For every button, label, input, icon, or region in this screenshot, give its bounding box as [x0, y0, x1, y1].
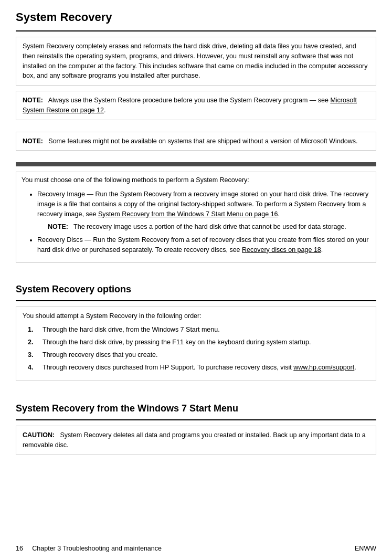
- note2-body: Some features might not be available on …: [48, 138, 357, 145]
- footer-right: ENWW: [355, 545, 376, 552]
- option3-num: 3.: [28, 350, 38, 360]
- caution-text: CAUTION: System Recovery deletes all dat…: [23, 430, 369, 450]
- bullet2-item: Recovery Discs — Run the System Recovery…: [37, 235, 370, 255]
- bullet1-note-body: The recovery image uses a portion of the…: [73, 223, 346, 230]
- note2-text: NOTE: Some features might not be availab…: [23, 136, 369, 146]
- option4-text: Through recovery discs purchased from HP…: [43, 363, 356, 373]
- option3-text: Through recovery discs that you create.: [43, 350, 158, 360]
- option4-num: 4.: [28, 363, 38, 373]
- methods-intro: You must choose one of the following met…: [22, 175, 370, 185]
- section3-title: System Recovery from the Windows 7 Start…: [16, 403, 376, 414]
- footer-page-num: 16: [16, 545, 23, 552]
- option2: 2. Through the hard disk drive, by press…: [28, 337, 369, 347]
- dark-bar: [16, 162, 376, 166]
- option1: 1. Through the hard disk drive, from the…: [28, 325, 369, 335]
- bottom-spacer: [16, 460, 376, 555]
- options-container: You should attempt a System Recovery in …: [16, 307, 376, 382]
- methods-list: Recovery Image — Run the System Recovery…: [37, 189, 370, 255]
- bullet1-item: Recovery Image — Run the System Recovery…: [37, 189, 370, 232]
- note1-label: NOTE:: [23, 97, 43, 104]
- note2-box: NOTE: Some features might not be availab…: [16, 132, 376, 151]
- footer-chapter: Chapter 3 Troubleshooting and maintenanc…: [32, 545, 162, 552]
- bullet1-note: NOTE: The recovery image uses a portion …: [48, 222, 370, 232]
- section2-rule: [16, 300, 376, 301]
- bullet1-note-text: NOTE: The recovery image uses a portion …: [48, 222, 370, 232]
- option1-text: Through the hard disk drive, from the Wi…: [43, 325, 220, 335]
- option2-num: 2.: [28, 337, 38, 347]
- page-footer: 16 Chapter 3 Troubleshooting and mainten…: [0, 545, 392, 552]
- section2-title: System Recovery options: [16, 284, 376, 295]
- page-title: System Recovery: [16, 10, 376, 24]
- bullet2-link[interactable]: Recovery discs on page 18: [242, 246, 321, 253]
- option4-link[interactable]: www.hp.com/support: [293, 364, 354, 371]
- caution-body: System Recovery deletes all data and pro…: [23, 431, 366, 449]
- note1-body: Always use the System Restore procedure …: [48, 97, 331, 104]
- title-rule: [16, 30, 376, 31]
- options-list: 1. Through the hard disk drive, from the…: [28, 325, 369, 372]
- note1-text: NOTE: Always use the System Restore proc…: [23, 96, 369, 115]
- caution-label: CAUTION:: [23, 431, 55, 439]
- intro-text: System Recovery completely erases and re…: [23, 41, 369, 81]
- methods-intro-box: You must choose one of the following met…: [16, 172, 376, 262]
- bullet1-note-label: NOTE:: [48, 223, 68, 230]
- caution-box: CAUTION: System Recovery deletes all dat…: [16, 426, 376, 455]
- footer-left: 16 Chapter 3 Troubleshooting and mainten…: [16, 545, 162, 552]
- option2-text: Through the hard disk drive, by pressing…: [43, 337, 311, 347]
- spacer2: [16, 156, 376, 162]
- intro-box: System Recovery completely erases and re…: [16, 37, 376, 86]
- option1-num: 1.: [28, 325, 38, 335]
- spacer4: [16, 386, 376, 393]
- note2-label: NOTE:: [23, 138, 43, 145]
- options-intro: You should attempt a System Recovery in …: [23, 311, 369, 321]
- note1-box: NOTE: Always use the System Restore proc…: [16, 91, 376, 120]
- option3: 3. Through recovery discs that you creat…: [28, 350, 369, 360]
- option4: 4. Through recovery discs purchased from…: [28, 363, 369, 373]
- section3-rule: [16, 419, 376, 420]
- spacer3: [16, 267, 376, 273]
- bullet1-link[interactable]: System Recovery from the Windows 7 Start…: [98, 210, 278, 218]
- spacer1: [16, 125, 376, 132]
